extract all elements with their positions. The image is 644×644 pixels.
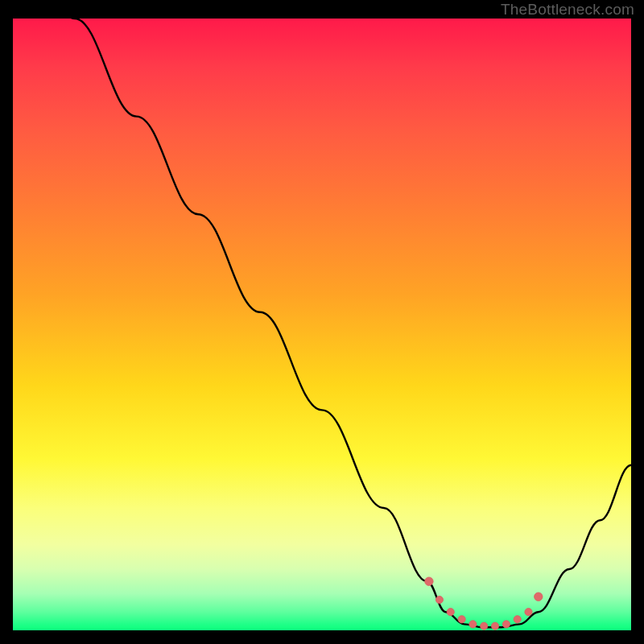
marker-dot	[491, 622, 498, 630]
marker-dot	[436, 596, 443, 603]
marker-dot	[514, 616, 521, 623]
marker-dot	[425, 577, 433, 585]
marker-dot	[525, 609, 532, 616]
marker-dot	[535, 592, 543, 601]
marker-dot	[469, 621, 477, 628]
bottleneck-curve-path	[13, 19, 631, 627]
marker-dot	[447, 609, 454, 616]
marker-dot	[502, 621, 510, 628]
plot-area	[13, 19, 631, 630]
marker-dot	[458, 616, 465, 623]
marker-dot	[481, 622, 488, 630]
chart-stage: TheBottleneck.com	[0, 0, 644, 644]
chart-svg	[13, 19, 631, 630]
watermark-text: TheBottleneck.com	[501, 1, 634, 19]
